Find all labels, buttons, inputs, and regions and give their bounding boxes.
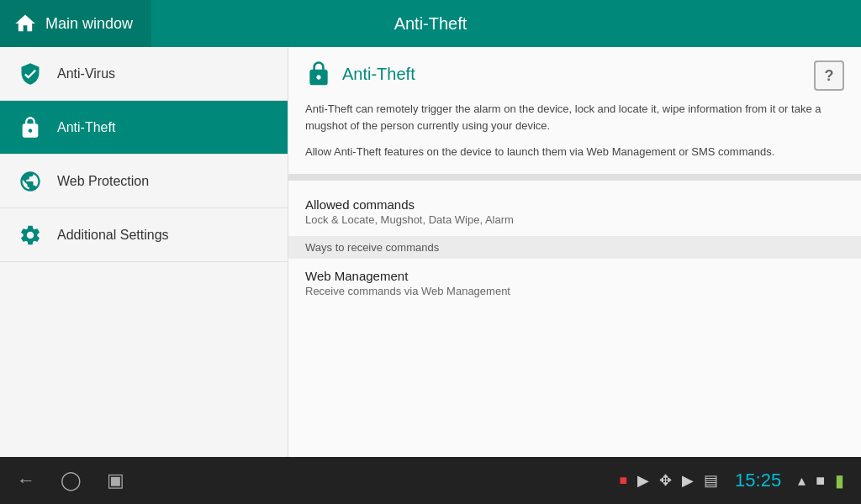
allowed-commands-block: Allowed commands Lock & Locate, Mugshot,…: [288, 187, 861, 236]
content-area: Anti-Theft ? Anti-Theft can remotely tri…: [288, 47, 861, 457]
wifi-icon: ▴: [798, 471, 806, 490]
content-header-left: Anti-Theft: [305, 60, 415, 87]
sidebar-item-web-protection[interactable]: Web Protection: [0, 155, 288, 208]
battery-icon: ▮: [835, 470, 844, 491]
sidebar-item-additional-settings[interactable]: Additional Settings: [0, 208, 288, 262]
recent-apps-icon[interactable]: ▣: [107, 470, 124, 491]
bottom-nav-icons: ← ◯ ▣: [17, 470, 124, 491]
anti-theft-icon: [17, 114, 44, 141]
back-icon[interactable]: ←: [17, 470, 35, 491]
web-management-block[interactable]: Web Management Receive commands via Web …: [288, 259, 861, 307]
description2: Allow Anti-Theft features on the device …: [288, 144, 861, 167]
content-title: Anti-Theft: [342, 65, 415, 84]
web-management-title: Web Management: [305, 269, 844, 283]
shield-status-icon: ■: [816, 472, 825, 490]
allowed-commands-title: Allowed commands: [305, 197, 844, 212]
web-management-sub: Receive commands via Web Management: [305, 285, 844, 297]
description1: Anti-Theft can remotely trigger the alar…: [288, 101, 861, 140]
home-button[interactable]: Main window: [0, 0, 151, 47]
android-status-icon: ▶: [637, 471, 649, 490]
home-nav-icon[interactable]: ◯: [61, 470, 82, 491]
additional-settings-label: Additional Settings: [57, 228, 169, 243]
additional-settings-icon: [17, 222, 44, 249]
bottom-status-icons: ■ ▶ ✥ ▶ ▤ 15:25 ▴ ■ ▮: [619, 470, 844, 491]
main-layout: Anti-Virus Anti-Theft Web Protection: [0, 47, 861, 457]
ways-label: Ways to receive commands: [305, 241, 439, 254]
sidebar-item-anti-virus[interactable]: Anti-Virus: [0, 47, 288, 101]
sim-status-icon: ▤: [704, 471, 718, 490]
anti-theft-label: Anti-Theft: [57, 120, 115, 135]
content-lock-icon: [305, 60, 332, 87]
home-icon: [13, 12, 37, 35]
sidebar: Anti-Virus Anti-Theft Web Protection: [0, 47, 288, 457]
ways-label-row: Ways to receive commands: [288, 236, 861, 259]
kaspersky-status-icon: ■: [619, 473, 627, 488]
time-display: 15:25: [735, 470, 781, 491]
bottom-bar: ← ◯ ▣ ■ ▶ ✥ ▶ ▤ 15:25 ▴ ■ ▮: [0, 457, 861, 504]
help-button[interactable]: ?: [814, 60, 844, 91]
top-bar: Main window Anti-Theft: [0, 0, 861, 47]
content-header: Anti-Theft ?: [288, 47, 861, 101]
allowed-commands-list: Lock & Locate, Mugshot, Data Wipe, Alarm: [305, 213, 844, 226]
main-window-label: Main window: [45, 15, 133, 33]
web-protection-label: Web Protection: [57, 174, 149, 189]
anti-virus-icon: [17, 60, 44, 87]
sidebar-item-anti-theft[interactable]: Anti-Theft: [0, 101, 288, 155]
section-divider-1: [288, 174, 861, 181]
anti-virus-label: Anti-Virus: [57, 66, 115, 81]
usb-status-icon: ✥: [659, 471, 672, 490]
cast-status-icon: ▶: [682, 471, 694, 490]
web-protection-icon: [17, 168, 44, 195]
page-title: Anti-Theft: [394, 14, 467, 34]
